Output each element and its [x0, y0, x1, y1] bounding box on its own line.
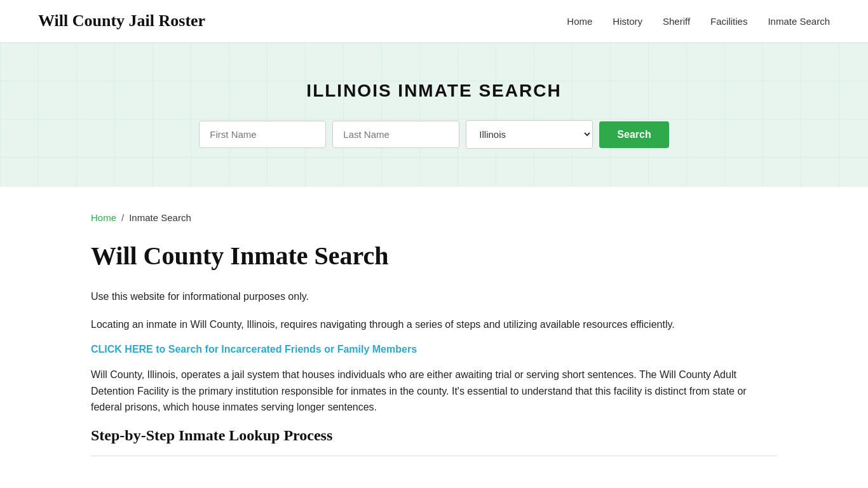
main-nav: Home History Sheriff Facilities Inmate S… — [567, 16, 830, 27]
breadcrumb-home-link[interactable]: Home — [91, 212, 116, 223]
paragraph-3: Will County, Illinois, operates a jail s… — [91, 367, 777, 416]
section-heading-lookup: Step-by-Step Inmate Lookup Process — [91, 427, 777, 444]
nav-sheriff[interactable]: Sheriff — [663, 16, 690, 27]
search-button[interactable]: Search — [599, 121, 668, 148]
paragraph-1: Use this website for informational purpo… — [91, 288, 777, 305]
nav-facilities[interactable]: Facilities — [710, 16, 747, 27]
hero-banner: ILLINOIS INMATE SEARCH Illinois Search — [0, 43, 868, 187]
nav-history[interactable]: History — [613, 16, 642, 27]
cta-link[interactable]: CLICK HERE to Search for Incarcerated Fr… — [91, 344, 417, 355]
paragraph-2: Locating an inmate in Will County, Illin… — [91, 316, 777, 333]
state-select[interactable]: Illinois — [466, 120, 593, 149]
site-title: Will County Jail Roster — [38, 11, 205, 30]
section-divider — [91, 456, 777, 456]
site-header: Will County Jail Roster Home History She… — [0, 0, 868, 43]
last-name-input[interactable] — [332, 121, 459, 148]
hero-heading: ILLINOIS INMATE SEARCH — [13, 81, 855, 101]
breadcrumb-separator: / — [121, 212, 124, 223]
main-content: Home / Inmate Search Will County Inmate … — [53, 187, 815, 488]
first-name-input[interactable] — [199, 121, 326, 148]
breadcrumb-current: Inmate Search — [129, 212, 191, 223]
page-heading: Will County Inmate Search — [91, 241, 777, 271]
breadcrumb: Home / Inmate Search — [91, 212, 777, 223]
nav-inmate-search[interactable]: Inmate Search — [768, 16, 830, 27]
search-form: Illinois Search — [13, 120, 855, 149]
nav-home[interactable]: Home — [567, 16, 592, 27]
